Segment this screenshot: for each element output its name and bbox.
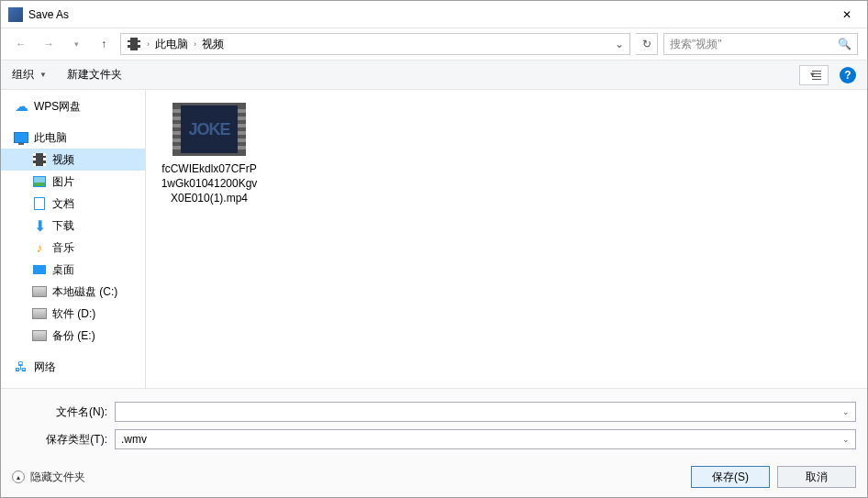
organize-dropdown-icon[interactable]: ▼ — [39, 71, 47, 79]
sidebar-item-downloads[interactable]: ⬇下载 — [1, 215, 145, 237]
sidebar-item-pictures[interactable]: 图片 — [1, 171, 145, 193]
folder-icon — [128, 38, 140, 50]
new-folder-button[interactable]: 新建文件夹 — [67, 67, 122, 83]
sidebar-item-desktop[interactable]: 桌面 — [1, 259, 145, 281]
image-icon — [33, 176, 46, 187]
breadcrumb-root[interactable]: 此电脑 — [155, 37, 188, 52]
back-button[interactable]: ← — [10, 33, 32, 55]
sidebar-item-wps[interactable]: ☁WPS网盘 — [1, 95, 145, 117]
refresh-button[interactable]: ↻ — [636, 33, 658, 55]
toolbar: 组织 ▼ 新建文件夹 ▼ ? — [1, 60, 867, 90]
breadcrumb-current[interactable]: 视频 — [202, 37, 224, 52]
cloud-icon: ☁ — [14, 99, 28, 114]
forward-button[interactable]: → — [38, 33, 60, 55]
help-button[interactable]: ? — [840, 67, 856, 83]
up-button[interactable]: ↑ — [93, 33, 115, 55]
sidebar-item-disk-d[interactable]: 软件 (D:) — [1, 303, 145, 325]
search-icon: 🔍 — [838, 38, 851, 50]
filename-label: 文件名(N): — [12, 404, 115, 420]
bottom-panel: 文件名(N): ⌄ 保存类型(T): .wmv⌄ ▴ 隐藏文件夹 保存(S) 取… — [1, 388, 867, 497]
disk-icon — [32, 330, 47, 341]
hide-folders-toggle[interactable]: ▴ 隐藏文件夹 — [12, 470, 85, 485]
content-pane[interactable]: JOKE fcCWIEkdlx07CFrP1wGk01041200KgvX0E0… — [146, 90, 867, 388]
sidebar: ☁WPS网盘 此电脑 视频 图片 文档 ⬇下载 ♪音乐 桌面 本地磁盘 (C:)… — [1, 90, 146, 388]
video-thumbnail: JOKE — [172, 103, 246, 156]
filename-input[interactable]: ⌄ — [115, 402, 856, 422]
view-button[interactable]: ▼ — [799, 65, 829, 85]
main-area: ☁WPS网盘 此电脑 视频 图片 文档 ⬇下载 ♪音乐 桌面 本地磁盘 (C:)… — [1, 90, 867, 388]
organize-button[interactable]: 组织 — [12, 67, 34, 83]
monitor-icon — [14, 132, 28, 143]
sidebar-item-network[interactable]: 🖧网络 — [1, 356, 145, 378]
document-icon — [34, 197, 45, 210]
music-icon: ♪ — [32, 240, 47, 255]
sidebar-item-documents[interactable]: 文档 — [1, 193, 145, 215]
download-icon: ⬇ — [32, 218, 47, 233]
disk-icon — [32, 308, 47, 319]
save-button[interactable]: 保存(S) — [691, 466, 770, 488]
network-icon: 🖧 — [14, 360, 28, 374]
window-title: Save As — [28, 8, 826, 21]
chevron-icon: › — [194, 39, 196, 49]
sidebar-item-music[interactable]: ♪音乐 — [1, 237, 145, 259]
sidebar-item-video[interactable]: 视频 — [1, 149, 145, 171]
close-button[interactable]: ✕ — [826, 1, 867, 28]
titlebar: Save As ✕ — [1, 1, 867, 28]
desktop-icon — [33, 265, 46, 274]
sidebar-item-disk-c[interactable]: 本地磁盘 (C:) — [1, 281, 145, 303]
file-item[interactable]: JOKE fcCWIEkdlx07CFrP1wGk01041200KgvX0E0… — [159, 103, 260, 206]
search-input[interactable]: 搜索"视频" 🔍 — [663, 33, 858, 55]
address-bar[interactable]: › 此电脑 › 视频 ⌄ — [120, 33, 630, 55]
filetype-select[interactable]: .wmv⌄ — [115, 429, 856, 449]
collapse-icon: ▴ — [12, 470, 25, 483]
history-dropdown[interactable]: ▾ — [65, 33, 87, 55]
search-placeholder: 搜索"视频" — [670, 37, 838, 52]
dropdown-icon[interactable]: ⌄ — [842, 407, 850, 416]
cancel-button[interactable]: 取消 — [777, 466, 856, 488]
address-dropdown-icon[interactable]: ⌄ — [615, 38, 624, 50]
disk-icon — [32, 286, 47, 297]
chevron-icon: › — [147, 39, 150, 49]
filetype-label: 保存类型(T): — [12, 432, 115, 448]
sidebar-item-pc[interactable]: 此电脑 — [1, 127, 145, 149]
view-dropdown-icon: ▼ — [809, 71, 817, 79]
dropdown-icon[interactable]: ⌄ — [842, 435, 850, 444]
sidebar-item-disk-e[interactable]: 备份 (E:) — [1, 325, 145, 347]
app-icon — [8, 7, 23, 22]
file-name: fcCWIEkdlx07CFrP1wGk01041200KgvX0E010(1)… — [159, 161, 260, 206]
film-icon — [33, 153, 46, 166]
nav-row: ← → ▾ ↑ › 此电脑 › 视频 ⌄ ↻ 搜索"视频" 🔍 — [1, 28, 867, 60]
